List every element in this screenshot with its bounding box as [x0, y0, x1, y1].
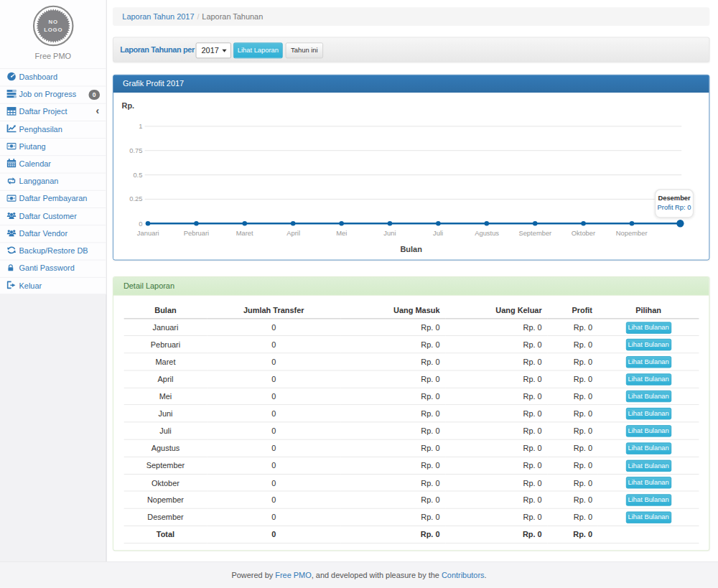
svg-text:LOGO: LOGO — [44, 27, 62, 33]
svg-text:NO: NO — [48, 19, 57, 25]
